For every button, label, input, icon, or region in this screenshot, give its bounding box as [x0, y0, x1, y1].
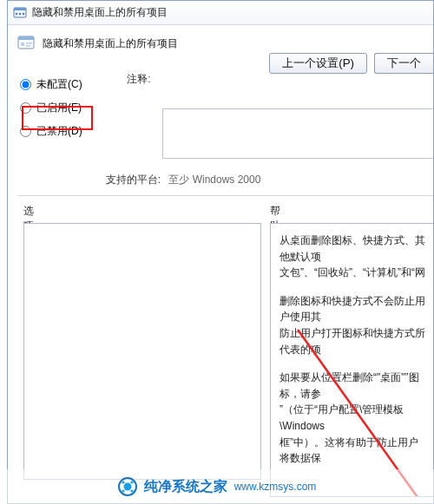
note-label: 注释:	[127, 72, 150, 87]
platform-value: 至少 Windows 2000	[168, 173, 260, 187]
svg-point-4	[23, 12, 24, 14]
policy-header: 隐藏和禁用桌面上的所有项目	[16, 34, 433, 53]
separator	[18, 195, 433, 196]
help-panel: 从桌面删除图标、快捷方式、其他默认项 文包”、“回收站”、“计算机”和“网 删除…	[270, 223, 433, 497]
window-icon	[13, 6, 27, 20]
svg-point-16	[130, 489, 133, 492]
window-title: 隐藏和禁用桌面上的所有项目	[32, 5, 168, 20]
radio-disabled[interactable]: 已禁用(D)	[20, 124, 103, 139]
radio-disabled-input[interactable]	[20, 126, 31, 137]
svg-point-15	[122, 489, 124, 492]
title-bar: 隐藏和禁用桌面上的所有项目	[8, 1, 433, 25]
radio-not-configured-input[interactable]	[20, 79, 31, 90]
radio-enabled-label: 已启用(E)	[36, 101, 82, 115]
radio-enabled-input[interactable]	[20, 102, 31, 114]
svg-rect-1	[14, 8, 26, 10]
svg-point-12	[123, 483, 131, 491]
svg-point-2	[16, 12, 17, 14]
radio-enabled[interactable]: 已启用(E)	[20, 101, 103, 115]
note-textbox[interactable]	[162, 108, 433, 159]
options-panel	[23, 223, 261, 480]
svg-rect-9	[26, 45, 30, 47]
policy-title: 隐藏和禁用桌面上的所有项目	[43, 36, 178, 51]
watermark-logo-icon	[118, 477, 137, 496]
prev-setting-button[interactable]: 上一个设置(P)	[269, 53, 367, 74]
radio-not-configured[interactable]: 未配置(C)	[20, 77, 103, 92]
help-paragraph: 如果要从位置栏删除“"桌面"”图标，请参 ”（位于“用户配置\管理模板\Wind…	[279, 370, 428, 467]
watermark-name: 纯净系统之家	[144, 478, 227, 496]
svg-point-3	[19, 12, 21, 14]
svg-rect-6	[18, 36, 34, 40]
help-paragraph: 删除图标和快捷方式不会防止用户使用其 防止用户打开图标和快捷方式所代表的项	[279, 293, 428, 357]
help-paragraph: 从桌面删除图标、快捷方式、其他默认项 文包”、“回收站”、“计算机”和“网	[279, 232, 428, 281]
platform-label: 支持的平台:	[95, 173, 161, 187]
watermark: 纯净系统之家 www.kzmsys.com	[0, 469, 434, 504]
watermark-url: www.kzmsys.com	[234, 481, 317, 493]
svg-rect-8	[26, 43, 32, 44]
policy-editor-window: 隐藏和禁用桌面上的所有项目 隐藏和禁用桌面上的所有项目 上一个设置(P) 下一个…	[7, 0, 434, 504]
svg-point-13	[122, 481, 124, 483]
radio-not-configured-label: 未配置(C)	[36, 77, 82, 92]
policy-icon	[16, 34, 36, 53]
svg-point-14	[130, 481, 133, 483]
next-setting-button[interactable]: 下一个	[374, 53, 433, 74]
radio-disabled-label: 已禁用(D)	[36, 124, 82, 139]
svg-rect-7	[21, 43, 24, 46]
